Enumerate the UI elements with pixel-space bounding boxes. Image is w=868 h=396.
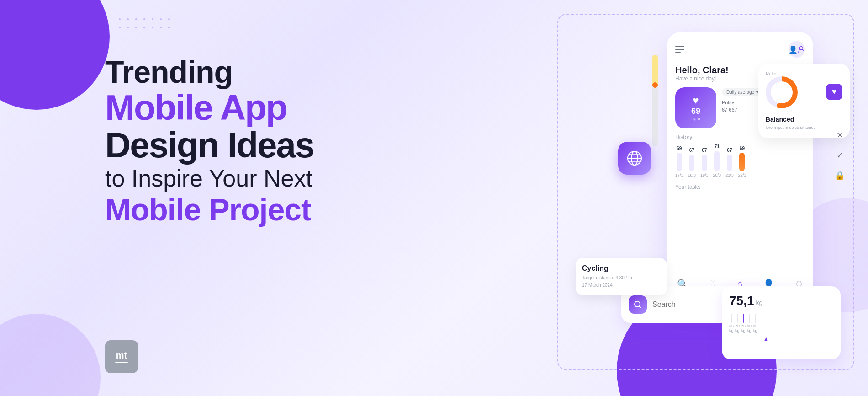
tasks-label: Your tasks: [675, 184, 805, 190]
scale-triangle-indicator: ▲: [763, 335, 833, 343]
slider-thumb[interactable]: [652, 82, 658, 88]
action-icons-panel: ✕ ✓ 🔒: [832, 128, 847, 183]
weight-unit: kg: [756, 299, 763, 306]
history-bars: 69 17/3 67 18/3 67 19/3 71 20/3: [675, 144, 805, 177]
logo-badge: mt: [105, 340, 138, 373]
bar-2: [689, 155, 694, 171]
weight-card: 75,1 kg 65kg 70kg 75kg 80kg 85kg: [722, 286, 841, 359]
bar-3: [702, 155, 707, 171]
check-icon[interactable]: ✓: [832, 148, 847, 163]
balanced-header: Ratio ♥: [766, 71, 842, 112]
phone-header: [675, 41, 805, 58]
bar-5: [727, 155, 732, 171]
ratio-chart-inner: [771, 81, 793, 103]
logo-text: mt: [116, 351, 127, 360]
bar-69-22: 69 22/3: [738, 146, 746, 177]
cycling-card: Cycling Target distance: 4.302 m 17 Marc…: [576, 258, 667, 295]
right-section: Hello, Clara! Have a nice day! ♥ 69 bpm …: [411, 0, 868, 396]
lock-icon[interactable]: 🔒: [832, 168, 847, 183]
balanced-desc: lorem ipsum dolce sit amet: [766, 125, 842, 131]
scale-75: 75kg: [741, 314, 746, 333]
bar-67-21: 67 21/3: [725, 148, 734, 177]
vertical-slider[interactable]: [652, 55, 658, 146]
bar-1: [677, 153, 682, 171]
bar-69-17: 69 17/3: [675, 146, 683, 177]
bar-4: [714, 151, 720, 171]
decorative-dots: [119, 18, 173, 31]
cycling-target: Target distance: 4.302 m 17 March 2024: [582, 274, 661, 289]
bar-67-18: 67 18/3: [688, 148, 696, 177]
logo-underline: [115, 362, 128, 363]
bpm-value: 69: [691, 107, 700, 116]
hero-line5: Mobile Project: [105, 193, 314, 227]
scale-80: 80kg: [747, 314, 752, 333]
user-avatar[interactable]: [789, 41, 805, 58]
hero-line2: Mobile App: [105, 89, 314, 127]
bar-6-active: [739, 153, 745, 171]
bar-67-19: 67 19/3: [700, 148, 709, 177]
bar-71-20: 71 20/3: [713, 144, 721, 177]
bg-circle-top-left: [0, 0, 110, 110]
ratio-label: Ratio: [766, 71, 798, 76]
scale-65: 65kg: [729, 314, 734, 333]
hero-line1: Trending: [105, 55, 314, 89]
hero-text-block: Trending Mobile App Design Ideas to Insp…: [105, 55, 314, 227]
scale-70: 70kg: [735, 314, 740, 333]
scale-85: 85kg: [753, 314, 757, 333]
heart-purple-icon[interactable]: ♥: [826, 84, 842, 100]
balanced-card: Ratio ♥ Balanced lorem ipsum dolce sit a…: [758, 64, 850, 138]
balanced-title: Balanced: [766, 116, 842, 123]
heart-icon: ♥: [693, 95, 699, 107]
weight-scale: 65kg 70kg 75kg 80kg 85kg: [729, 314, 833, 333]
daily-avg-badge[interactable]: Daily average ▾: [722, 88, 763, 96]
heart-rate-card: ♥ 69 bpm: [675, 87, 716, 128]
bg-circle-bottom-left: [0, 314, 101, 396]
history-section: History 69 17/3 67 18/3 67 19/3: [675, 134, 805, 177]
search-icon[interactable]: [629, 295, 647, 314]
hero-line4: to Inspire Your Next: [105, 164, 314, 193]
hamburger-icon[interactable]: [675, 46, 684, 53]
ratio-chart: [766, 76, 798, 108]
close-icon[interactable]: ✕: [832, 128, 847, 143]
cycling-title: Cycling: [582, 264, 661, 273]
weight-value: 75,1: [729, 294, 754, 308]
bpm-label: bpm: [691, 116, 700, 121]
hero-line3: Design Ideas: [105, 127, 314, 164]
globe-button[interactable]: [618, 142, 651, 175]
